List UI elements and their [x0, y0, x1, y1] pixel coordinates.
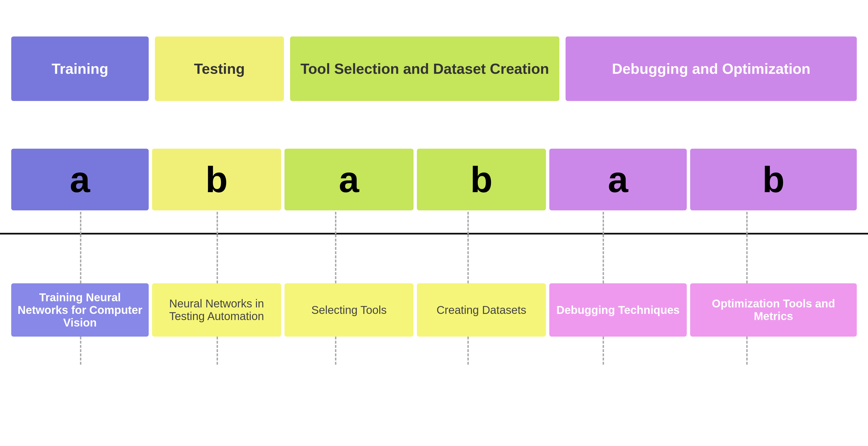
dashed-below-debug-b: [746, 234, 748, 283]
sub-testing-b: b: [152, 149, 281, 211]
header-toolselect-label: Tool Selection and Dataset Creation: [301, 60, 549, 77]
sub-debug-b: b: [690, 149, 857, 211]
sub-toolsel-a: a: [284, 149, 413, 211]
label-debug-a: Debugging Techniques: [549, 283, 687, 337]
dashed-below-toolsel-a: [335, 234, 336, 283]
dashed-toolsel-a: [335, 212, 336, 234]
dashed-debug-a: [602, 212, 604, 234]
dashed-below-training-a: [80, 234, 81, 283]
header-row: Training Testing Tool Selection and Data…: [11, 36, 857, 101]
dashed-below-toolsel-b: [467, 234, 469, 283]
dashed-ext-testing-b: [217, 337, 218, 365]
dashed-training-a: [80, 212, 81, 234]
header-toolselect: Tool Selection and Dataset Creation: [290, 36, 559, 101]
sub-toolsel-b: b: [417, 149, 546, 211]
dashed-ext-debug-b: [746, 337, 748, 365]
label-debug-b: Optimization Tools and Metrics: [690, 283, 857, 337]
subcategory-row: a b a b a b: [11, 149, 857, 211]
header-testing: Testing: [155, 36, 284, 101]
label-testing-b: Neural Networks in Testing Automation: [152, 283, 281, 337]
label-toolsel-a: Selecting Tools: [284, 283, 413, 337]
dashed-debug-b: [746, 212, 748, 234]
label-toolsel-b: Creating Datasets: [417, 283, 546, 337]
dashed-ext-debug-a: [602, 337, 604, 365]
label-row: Training Neural Networks for Computer Vi…: [11, 283, 857, 337]
dashed-ext-toolsel-b: [467, 337, 469, 365]
dashed-toolsel-b: [467, 212, 469, 234]
dashed-below-testing-b: [217, 234, 218, 283]
header-testing-label: Testing: [194, 60, 245, 77]
label-training-a: Training Neural Networks for Computer Vi…: [11, 283, 149, 337]
diagram-container: Training Testing Tool Selection and Data…: [0, 0, 868, 446]
timeline-line: [0, 233, 868, 234]
sub-debug-a: a: [549, 149, 687, 211]
header-debugging: Debugging and Optimization: [565, 36, 857, 101]
header-debugging-label: Debugging and Optimization: [612, 60, 810, 77]
dashed-below-debug-a: [602, 234, 604, 283]
dashed-testing-b: [217, 212, 218, 234]
header-training: Training: [11, 36, 149, 101]
sub-training-a: a: [11, 149, 149, 211]
dashed-ext-toolsel-a: [335, 337, 336, 365]
dashed-ext-training-a: [80, 337, 81, 365]
header-training-label: Training: [52, 60, 108, 77]
